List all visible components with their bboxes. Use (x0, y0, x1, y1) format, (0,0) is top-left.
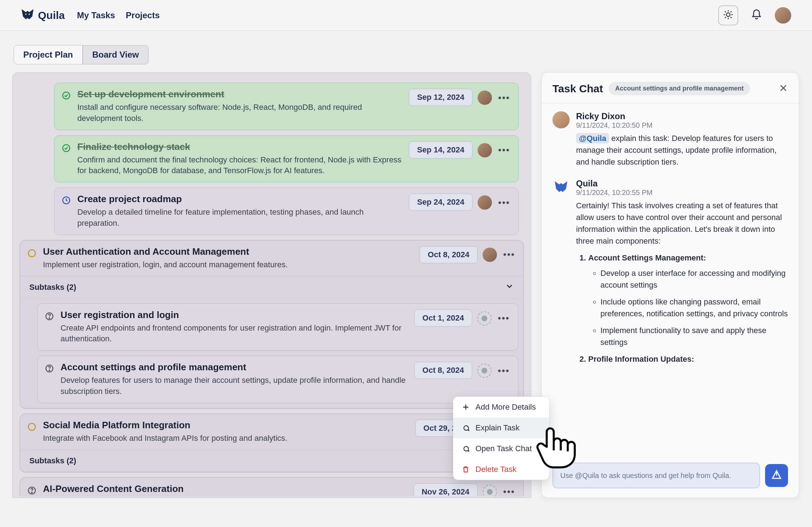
due-date[interactable]: Oct 8, 2024 (420, 246, 478, 263)
message-time: 9/11/2024, 10:20:55 PM (576, 189, 788, 197)
task-title: User registration and login (61, 309, 408, 321)
assignee-avatar-unassigned[interactable] (477, 363, 492, 378)
circle-open-icon (27, 249, 37, 259)
speech-bubble-icon (461, 424, 470, 432)
send-button[interactable] (765, 464, 788, 487)
close-chat-button[interactable] (779, 83, 788, 94)
circle-open-icon (27, 422, 37, 433)
task-title: Finalize technology stack (77, 141, 402, 152)
task-desc: Confirm and document the final technolog… (77, 155, 402, 177)
message-body: Certainly! This task involves creating a… (576, 200, 788, 365)
brand-name: Quila (38, 9, 65, 21)
svg-line-7 (725, 11, 726, 12)
tab-project-plan[interactable]: Project Plan (14, 45, 83, 64)
assignee-avatar-unassigned[interactable] (477, 311, 492, 326)
group-desc: Integrate with Facebook and Instagram AP… (43, 433, 409, 444)
chat-input[interactable]: Use @Quila to ask questions and get help… (552, 463, 760, 488)
chat-message: Ricky Dixon 9/11/2024, 10:20:50 PM @Quil… (552, 111, 788, 168)
chat-messages[interactable]: Ricky Dixon 9/11/2024, 10:20:50 PM @Quil… (542, 103, 799, 456)
group-title: AI-Powered Content Generation (43, 483, 407, 494)
assignee-avatar[interactable] (483, 248, 497, 262)
view-tabs: Project Plan Board View (14, 45, 812, 64)
due-date[interactable]: Sep 24, 2024 (409, 194, 473, 211)
task-more-button[interactable]: ••• (497, 195, 511, 210)
assignee-avatar[interactable] (478, 91, 492, 105)
group-header[interactable]: User Authentication and Account Manageme… (20, 240, 523, 277)
group-header[interactable]: Social Media Platform Integration Integr… (20, 414, 523, 450)
task-card[interactable]: Create project roadmap Develop a detaile… (54, 187, 519, 235)
trash-icon (461, 465, 470, 473)
bell-icon (751, 9, 762, 22)
task-more-button[interactable]: ••• (497, 143, 511, 157)
nav-my-tasks[interactable]: My Tasks (77, 10, 115, 20)
menu-delete-task[interactable]: Delete Task (453, 459, 549, 480)
group-title: User Authentication and Account Manageme… (43, 246, 413, 257)
check-circle-icon (62, 91, 71, 102)
group-header[interactable]: AI-Powered Content Generation Nov 26, 20… (20, 478, 523, 496)
subtasks-label: Subtasks (2) (29, 456, 76, 465)
check-circle-icon (62, 143, 71, 154)
task-card[interactable]: User registration and login Create API e… (37, 303, 518, 351)
svg-point-21 (32, 492, 32, 493)
message-author: Ricky Dixon (576, 111, 788, 121)
mention-tag: @Quila (576, 133, 609, 143)
task-title: Create project roadmap (77, 194, 402, 205)
task-desc: Develop a detailed timeline for feature … (77, 207, 402, 229)
svg-point-16 (49, 318, 50, 318)
menu-open-chat[interactable]: Open Task Chat (453, 438, 549, 459)
task-more-button[interactable]: ••• (497, 363, 511, 378)
brand[interactable]: Quila (21, 7, 65, 24)
svg-point-0 (25, 14, 26, 15)
group-desc: Implement user registration, login, and … (43, 259, 413, 270)
topbar: Quila My Tasks Projects (0, 0, 812, 31)
help-circle-icon (45, 364, 54, 375)
task-more-button[interactable]: ••• (497, 91, 511, 105)
speech-bubble-icon (461, 445, 470, 453)
due-date[interactable]: Oct 8, 2024 (414, 362, 472, 379)
fox-logo-icon (21, 7, 34, 24)
task-more-button[interactable]: ••• (497, 311, 511, 326)
due-date[interactable]: Oct 1, 2024 (414, 309, 472, 327)
menu-explain-task[interactable]: Explain Task (453, 418, 549, 438)
subtasks-toggle[interactable]: Subtasks (2) (20, 277, 523, 298)
message-author: Quila (576, 179, 788, 189)
chat-context-tag: Account settings and profile management (609, 82, 750, 95)
due-date[interactable]: Sep 12, 2024 (409, 89, 473, 106)
task-title: Account settings and profile management (61, 362, 408, 373)
user-avatar[interactable] (775, 7, 791, 24)
task-group: Social Media Platform Integration Integr… (20, 414, 524, 472)
task-chat-panel: Task Chat Account settings and profile m… (541, 72, 799, 498)
chat-title: Task Chat (552, 83, 603, 95)
help-circle-icon (45, 312, 54, 322)
chat-message: Quila 9/11/2024, 10:20:55 PM Certainly! … (552, 179, 788, 370)
task-card[interactable]: Set up development environment Install a… (54, 83, 519, 130)
notifications-button[interactable] (748, 7, 765, 24)
chevron-down-icon (505, 282, 514, 293)
task-card[interactable]: Account settings and profile management … (37, 356, 518, 403)
nav-projects[interactable]: Projects (126, 10, 160, 20)
task-desc: Create API endpoints and frontend compon… (61, 323, 408, 345)
task-more-button[interactable]: ••• (502, 248, 516, 262)
send-icon (771, 469, 782, 482)
svg-point-18 (49, 370, 50, 371)
svg-point-1 (29, 14, 30, 15)
group-title: Social Media Platform Integration (43, 420, 409, 431)
task-context-menu: Add More Details Explain Task Open Task … (453, 396, 550, 480)
message-time: 9/11/2024, 10:20:50 PM (576, 121, 788, 130)
task-card[interactable]: Finalize technology stack Confirm and do… (54, 135, 519, 183)
task-group: User Authentication and Account Manageme… (20, 240, 524, 409)
task-more-button[interactable]: ••• (502, 485, 516, 496)
message-avatar (552, 179, 570, 196)
subtasks-toggle[interactable]: Subtasks (2) (20, 450, 523, 472)
tab-board-view[interactable]: Board View (83, 45, 149, 64)
assignee-avatar[interactable] (478, 195, 492, 210)
assignee-avatar-unassigned[interactable] (483, 485, 497, 496)
subtasks-label: Subtasks (2) (29, 283, 76, 292)
theme-toggle[interactable] (718, 5, 738, 25)
due-date[interactable]: Nov 26, 2024 (414, 483, 478, 496)
message-avatar (552, 111, 570, 128)
due-date[interactable]: Sep 14, 2024 (409, 141, 473, 158)
svg-point-19 (28, 423, 35, 430)
menu-add-details[interactable]: Add More Details (453, 397, 549, 418)
assignee-avatar[interactable] (478, 143, 492, 157)
